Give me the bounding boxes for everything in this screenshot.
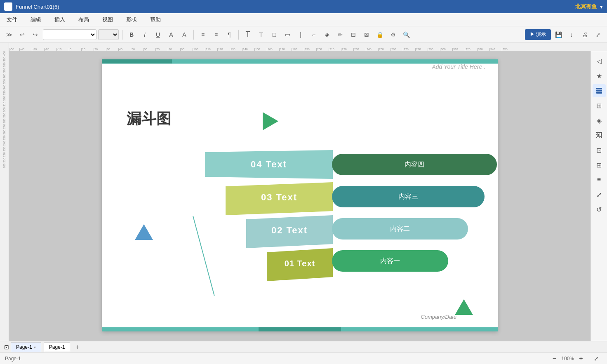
- zoom-level: 100%: [561, 356, 574, 362]
- right-panel: ◁ ★ ⊞ ◈ 🖼 ⊡ ⊞ ≡ ⤢ ↺: [591, 51, 607, 341]
- rp-chart[interactable]: ⊡: [593, 143, 606, 157]
- title-dropdown-icon[interactable]: ▾: [600, 4, 603, 10]
- page-icon[interactable]: ⊡: [4, 344, 9, 350]
- svg-rect-18: [596, 92, 602, 94]
- fill-button[interactable]: ◈: [321, 29, 333, 40]
- rp-table[interactable]: ⊞: [593, 158, 606, 171]
- tools-button[interactable]: ⚙: [387, 29, 399, 40]
- shape-text-button[interactable]: ⊤: [255, 29, 267, 40]
- menu-shapes[interactable]: 形状: [124, 15, 139, 24]
- paragraph-button[interactable]: ¶: [224, 29, 235, 40]
- toolbar-undo[interactable]: ↩: [16, 29, 28, 40]
- statusbar: Page-1 − 100% + ⤢: [0, 352, 607, 364]
- text-box-button[interactable]: T: [242, 29, 254, 40]
- funnel-title[interactable]: 漏斗图: [127, 109, 171, 129]
- deco-teal-triangle-br: [455, 299, 473, 315]
- rounded-box-button[interactable]: ▭: [282, 29, 293, 40]
- svg-text:内容三: 内容三: [398, 193, 418, 200]
- toolbar-redo[interactable]: ↪: [30, 29, 41, 40]
- line-button[interactable]: |: [295, 29, 306, 40]
- font-color-button[interactable]: A: [165, 29, 177, 40]
- rp-grid[interactable]: ⊞: [593, 99, 606, 112]
- titlebar: Funnel Chart01(6) 北冥有鱼 ▾: [0, 0, 607, 13]
- brand-name: 北冥有鱼: [575, 3, 597, 10]
- left-ruler: 200 210 220 230 240 250 260 270 280 290 …: [0, 43, 9, 341]
- search-button[interactable]: 🔍: [400, 29, 412, 40]
- crop-button[interactable]: ⊠: [361, 29, 372, 40]
- slide-title-area[interactable]: Add Your Title Here .: [432, 63, 485, 70]
- menu-file[interactable]: 文件: [4, 15, 20, 24]
- pen-button[interactable]: ✏: [334, 29, 346, 40]
- menu-help[interactable]: 帮助: [148, 15, 163, 24]
- zoom-in-button[interactable]: +: [576, 354, 586, 363]
- svg-text:内容二: 内容二: [390, 225, 410, 232]
- rp-shapes[interactable]: ◈: [593, 114, 606, 127]
- funnel-title-text: 漏斗图: [127, 110, 171, 127]
- top-ruler: -50 -40 -30 -20 -10 0 10 20 30 40 50 60 …: [9, 43, 607, 51]
- rp-layers[interactable]: [593, 84, 606, 97]
- page-info: Page-1: [5, 356, 21, 362]
- font-fill-button[interactable]: A: [179, 29, 190, 40]
- zoom-out-button[interactable]: −: [550, 354, 559, 363]
- rp-format[interactable]: ≡: [593, 173, 606, 186]
- svg-text:04  Text: 04 Text: [251, 159, 287, 169]
- footer-text: Company/Date: [421, 314, 456, 320]
- rp-star[interactable]: ★: [593, 69, 606, 82]
- align-left-button[interactable]: ≡: [197, 29, 209, 40]
- svg-text:内容四: 内容四: [405, 161, 424, 168]
- canvas-container[interactable]: Add Your Title Here . 漏斗图: [9, 51, 591, 341]
- page-tab-1[interactable]: Page-1 ▾: [11, 342, 41, 352]
- toolbar-expand[interactable]: ≫: [3, 29, 15, 40]
- svg-rect-16: [596, 88, 602, 89]
- font-size-select[interactable]: [98, 29, 119, 40]
- top-accent: [102, 59, 172, 63]
- title-placeholder-text: Add Your Title Here .: [432, 63, 485, 70]
- box-button[interactable]: □: [268, 29, 280, 40]
- bold-button[interactable]: B: [126, 29, 137, 40]
- download-button[interactable]: ↓: [566, 29, 577, 40]
- menu-view[interactable]: 视图: [100, 15, 115, 24]
- align-center-button[interactable]: ≡: [210, 29, 222, 40]
- footer-line: [127, 314, 423, 314]
- present-button[interactable]: ▶ 演示: [525, 29, 551, 40]
- border-button[interactable]: ⊟: [348, 29, 359, 40]
- menubar: 文件 编辑 插入 布局 视图 形状 帮助: [0, 13, 607, 26]
- menu-edit[interactable]: 编辑: [28, 15, 44, 24]
- share-button[interactable]: ⤤: [592, 29, 604, 40]
- funnel-chart: 04 Text 内容四 03 Text 内容三: [205, 150, 498, 286]
- underline-button[interactable]: U: [152, 29, 164, 40]
- top-line: [102, 63, 498, 64]
- menu-layout[interactable]: 布局: [76, 15, 92, 24]
- svg-text:内容一: 内容一: [380, 257, 400, 264]
- svg-text:03  Text: 03 Text: [261, 192, 297, 202]
- print-button[interactable]: 🖨: [579, 29, 591, 40]
- pagetabs: ⊡ Page-1 ▾ Page-1 +: [0, 341, 607, 352]
- bottom-accent: [259, 327, 341, 331]
- app-title: Funnel Chart01(6): [16, 4, 59, 10]
- svg-text:02  Text: 02 Text: [271, 225, 308, 235]
- italic-button[interactable]: I: [139, 29, 151, 40]
- slide-canvas: Add Your Title Here . 漏斗图: [102, 59, 498, 331]
- page-info-text: Page-1: [5, 356, 21, 362]
- font-select[interactable]: [43, 29, 96, 40]
- deco-blue-triangle: [135, 224, 153, 240]
- lock-button[interactable]: 🔒: [374, 29, 386, 40]
- rp-collapse[interactable]: ◁: [593, 54, 606, 68]
- rp-image[interactable]: 🖼: [593, 129, 606, 142]
- app-logo: [4, 2, 12, 11]
- connector-button[interactable]: ⌐: [308, 29, 320, 40]
- save-button[interactable]: 💾: [553, 29, 564, 40]
- svg-text:01 Text: 01 Text: [285, 259, 315, 268]
- svg-rect-17: [596, 90, 602, 92]
- fit-screen-button[interactable]: ⤢: [591, 353, 602, 364]
- slide-footer[interactable]: Company/Date: [421, 314, 456, 320]
- add-page-button[interactable]: +: [73, 342, 82, 352]
- rp-expand[interactable]: ⤢: [593, 188, 606, 201]
- play-button[interactable]: [263, 112, 278, 130]
- current-page-indicator: Page-1: [44, 342, 71, 352]
- page-tab-dropdown[interactable]: ▾: [34, 345, 36, 350]
- menu-insert[interactable]: 插入: [52, 15, 68, 24]
- current-page-text: Page-1: [49, 344, 65, 350]
- rp-history[interactable]: ↺: [593, 203, 606, 216]
- page-tab-1-label: Page-1: [16, 344, 32, 350]
